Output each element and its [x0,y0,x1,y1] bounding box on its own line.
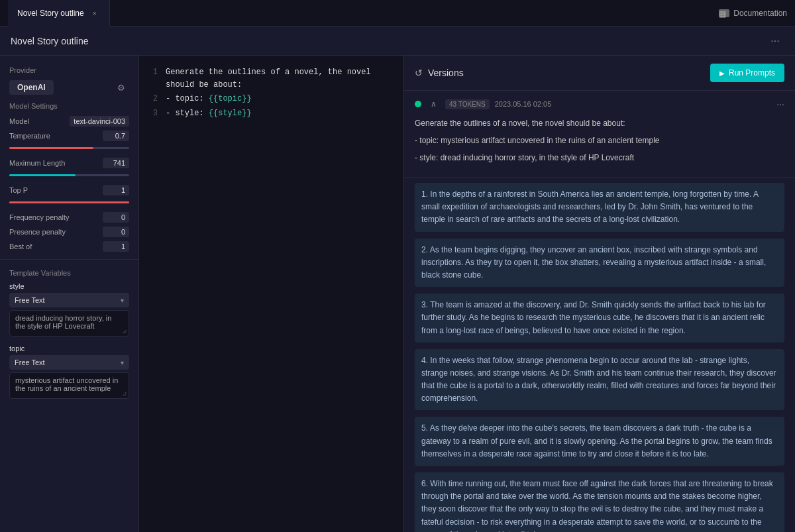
tab-label: Novel Story outline [17,9,84,18]
topp-track [9,201,129,203]
version-row: ∧ 43 TOKENS 2023.05.16 02:05 ··· [404,91,795,117]
version-date: 2023.05.16 02:05 [495,100,772,108]
topp-label: Top P [9,186,28,194]
version-expand-button[interactable]: ∧ [427,97,440,111]
documentation-label: Documentation [733,9,787,18]
output-text-4: 4. In the weeks that follow, strange phe… [421,356,776,403]
output-paragraph-3: 3. The team is amazed at the discovery, … [415,293,784,343]
topp-fill [9,201,129,203]
topic-var-name: topic [9,345,129,352]
topic-resize-handle: ⊿ [122,390,127,397]
version-menu-button[interactable]: ··· [776,99,784,109]
line-content-1: Generate the outlines of a novel, the no… [166,66,396,91]
run-prompts-label: Run Prompts [729,68,775,78]
temperature-label: Temperature [9,132,50,140]
output-text-6: 6. With time running out, the team must … [421,479,773,532]
topic-value-field[interactable]: mysterious artifact uncovered in the rui… [9,372,129,399]
style-type-label: Free Text [15,296,45,304]
temperature-slider[interactable] [0,143,138,156]
versions-title-area: ↺ Versions [415,68,464,78]
documentation-icon: ▦ [719,9,729,17]
settings-gear-button[interactable]: ⚙ [113,80,129,95]
output-text-3: 3. The team is amazed at the discovery, … [421,300,766,335]
output-text-5: 5. As they delve deeper into the cube's … [421,423,772,458]
temperature-value: 0.7 [103,131,129,141]
maxlength-fill [9,174,76,176]
editor-panel: 1 Generate the outlines of a novel, the … [139,56,404,532]
top-right-area: ▦ Documentation [719,9,787,18]
divider-1 [0,259,138,260]
maxlength-track [9,174,129,176]
bestof-label: Best of [9,242,32,250]
active-tab[interactable]: Novel Story outline × [8,0,110,27]
model-settings-label: Model Settings [0,101,138,114]
output-paragraph-5: 5. As they delve deeper into the cube's … [415,417,784,466]
maxlength-value: 741 [103,158,129,168]
tab-area: Novel Story outline × [8,0,110,27]
prompt-line-2: - topic: mysterious artifact uncovered i… [415,134,784,146]
output-paragraph-2: 2. As the team begins digging, they unco… [415,239,784,288]
temperature-param-row: Temperature 0.7 [0,129,138,143]
presence-value: 0 [103,227,129,237]
line-content-2: - topic: {{topic}} [166,93,252,105]
versions-title-label: Versions [428,68,464,78]
version-entry: ∧ 43 TOKENS 2023.05.16 02:05 ··· Generat… [404,91,795,178]
code-line-2: 2 - topic: {{topic}} [147,93,396,105]
code-line-3: 3 - style: {{style}} [147,107,396,120]
topic-type-label: Free Text [15,358,45,366]
model-value: text-davinci-003 [70,116,129,127]
tab-close-button[interactable]: × [89,8,100,19]
model-label: Model [9,117,29,125]
output-paragraph-4: 4. In the weeks that follow, strange phe… [415,349,784,411]
provider-label: Provider [0,64,138,80]
topic-template-var: {{topic}} [209,94,252,103]
presence-label: Presence penalty [9,228,66,236]
prompt-line-1: Generate the outlines of a novel, the no… [415,117,784,129]
sub-header: Novel Story outline ··· [0,27,795,56]
top-bar: Novel Story outline × ▦ Documentation [0,0,795,27]
resize-handle: ⊿ [122,328,127,335]
code-editor[interactable]: 1 Generate the outlines of a novel, the … [139,56,403,532]
provider-row: OpenAI ⚙ [0,80,138,101]
topp-param-row: Top P 1 [0,183,138,197]
page-title: Novel Story outline [11,36,89,46]
history-icon: ↺ [415,68,423,78]
right-panel: ↺ Versions ▶ Run Prompts ∧ 43 TOKENS 202… [404,56,795,532]
style-var-section: style Free Text ▾ dread inducing horror … [0,282,138,339]
temperature-fill [9,147,93,149]
line-num-2: 2 [147,93,158,105]
template-vars-label: Template Variables [0,265,138,282]
style-type-selector[interactable]: Free Text ▾ [9,293,129,307]
active-indicator [415,101,421,107]
output-paragraph-6: 6. With time running out, the team must … [415,472,784,532]
output-paragraph-1: 1. In the depths of a rainforest in Sout… [415,183,784,232]
style-chevron-icon: ▾ [121,297,124,304]
bestof-param-row: Best of 1 [0,239,138,254]
topp-slider[interactable] [0,197,138,210]
frequency-label: Frequency penalty [9,213,70,221]
prompt-line-3: - style: dread inducing horror story, in… [415,152,784,164]
style-value-field[interactable]: dread inducing horror story, in the styl… [9,310,129,337]
topic-value-text: mysterious artifact uncovered in the rui… [15,376,118,392]
line-num-1: 1 [147,66,158,91]
maxlength-label: Maximum Length [9,159,65,167]
maxlength-slider[interactable] [0,170,138,183]
versions-header: ↺ Versions ▶ Run Prompts [404,56,795,91]
run-prompts-button[interactable]: ▶ Run Prompts [710,64,784,82]
documentation-button[interactable]: ▦ Documentation [719,9,787,18]
output-text-1: 1. In the depths of a rainforest in Sout… [421,189,758,224]
openai-badge: OpenAI [9,80,54,95]
style-value-text: dread inducing horror story, in the styl… [15,314,111,330]
header-menu-button[interactable]: ··· [766,32,784,50]
frequency-param-row: Frequency penalty 0 [0,210,138,225]
output-text-2: 2. As the team begins digging, they unco… [421,245,766,280]
line-num-3: 3 [147,107,158,120]
main-content: Provider OpenAI ⚙ Model Settings Model t… [0,56,795,532]
code-line-1: 1 Generate the outlines of a novel, the … [147,66,396,91]
bestof-value: 1 [103,241,129,252]
presence-param-row: Presence penalty 0 [0,225,138,239]
maxlength-param-row: Maximum Length 741 [0,156,138,170]
temperature-track [9,147,129,149]
topic-var-section: topic Free Text ▾ mysterious artifact un… [0,345,138,401]
topic-type-selector[interactable]: Free Text ▾ [9,355,129,370]
